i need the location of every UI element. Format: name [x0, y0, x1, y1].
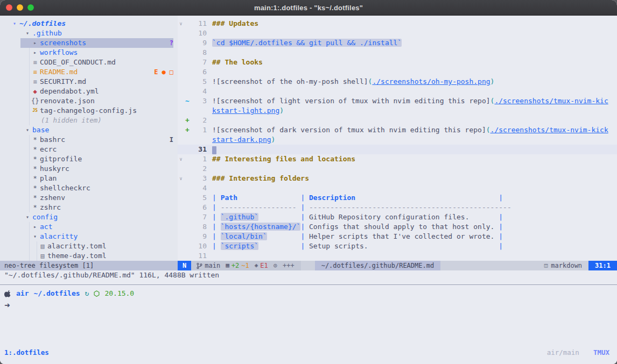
- tree-item[interactable]: (1 hidden item): [0, 116, 178, 125]
- markdown-link[interactable]: ./screenshots/oh-my-posh.png: [372, 77, 490, 85]
- editor-line[interactable]: 2: [178, 164, 617, 174]
- expander-icon[interactable]: ▾: [24, 212, 31, 222]
- zoom-button[interactable]: [27, 4, 34, 11]
- editor-line[interactable]: 4: [178, 87, 617, 96]
- fold-icon[interactable]: [178, 203, 184, 212]
- tree-item[interactable]: ▾ alacritty: [0, 232, 178, 241]
- editor-line[interactable]: 7 | `.github` | GitHub Repository config…: [178, 212, 617, 222]
- tree-item[interactable]: ▾ base: [0, 125, 178, 135]
- tree-item[interactable]: ≡ SECURITY.md: [0, 77, 178, 87]
- editor-line[interactable]: 10 | `scripts` | Setup scripts. |: [178, 241, 617, 251]
- text-segment: |: [212, 213, 216, 221]
- editor-line[interactable]: 6: [178, 67, 617, 77]
- expander-icon[interactable]: ▾: [31, 232, 39, 241]
- expander-icon[interactable]: ▾: [24, 28, 31, 38]
- fold-icon[interactable]: [178, 145, 184, 154]
- expander-icon[interactable]: ▾: [11, 19, 18, 28]
- fold-icon[interactable]: [178, 106, 184, 116]
- editor-line[interactable]: ~ 3 ![screenshot of light version of tmu…: [178, 96, 617, 106]
- fold-icon[interactable]: ∨: [178, 154, 184, 164]
- tree-item[interactable]: ◆ dependabot.yml: [0, 87, 178, 96]
- editor-line[interactable]: ∨ 11 ### Updates: [178, 19, 617, 28]
- fold-icon[interactable]: [178, 38, 184, 48]
- tree-item[interactable]: * ecrc: [0, 145, 178, 154]
- tree-item[interactable]: JS tag-changelog-config.js: [0, 106, 178, 116]
- markdown-link[interactable]: ./screenshots/tmux-nvim-kick: [490, 126, 608, 134]
- tree-item[interactable]: ▸ act: [0, 222, 178, 232]
- tree-item[interactable]: ▤ alacritty.toml: [0, 241, 178, 251]
- fold-icon[interactable]: [178, 222, 184, 232]
- tree-item[interactable]: ▸ workflows: [0, 48, 178, 58]
- markdown-link[interactable]: kstart-light.png: [212, 106, 279, 115]
- tree-item[interactable]: ▤ theme-day.toml: [0, 251, 178, 261]
- fold-icon[interactable]: [178, 241, 184, 251]
- editor-line[interactable]: 5 ![screenshot of the oh-my-posh shell](…: [178, 77, 617, 87]
- close-button[interactable]: [6, 4, 12, 11]
- fold-icon[interactable]: [178, 116, 184, 125]
- tree-item[interactable]: ▾ .github: [0, 28, 178, 38]
- fold-icon[interactable]: [178, 58, 184, 67]
- shell-input-line[interactable]: ➜: [4, 301, 10, 310]
- editor-line[interactable]: 4: [178, 183, 617, 193]
- fold-icon[interactable]: [178, 96, 184, 106]
- fold-icon[interactable]: [178, 67, 184, 77]
- tree-item[interactable]: * shellcheckrc: [0, 183, 178, 193]
- status-badge: I: [170, 135, 173, 145]
- fold-icon[interactable]: [178, 212, 184, 222]
- tree-item[interactable]: ▾ config: [0, 212, 178, 222]
- editor-line[interactable]: 8 | `hosts/{hostname}/`| Configs that sh…: [178, 222, 617, 232]
- tree-item[interactable]: ▸ screenshots ?: [0, 38, 178, 48]
- tree-item[interactable]: ▾ ~/.dotfiles: [0, 19, 178, 28]
- expander-icon[interactable]: ▾: [24, 125, 31, 135]
- markdown-link[interactable]: start-dark.png: [212, 135, 271, 144]
- editor-line[interactable]: + 2: [178, 116, 617, 125]
- editor-line[interactable]: 6 | ------------------ | ---------------…: [178, 203, 617, 212]
- editor-line[interactable]: start-dark.png): [178, 135, 617, 145]
- tmux-pane-border[interactable]: [0, 284, 617, 285]
- minimize-button[interactable]: [17, 4, 23, 11]
- editor-line[interactable]: + 1 ![screenshot of dark version of tmux…: [178, 125, 617, 135]
- tmux-window-label[interactable]: 1:.dotfiles: [4, 348, 49, 358]
- editor-line[interactable]: 31: [178, 145, 617, 154]
- editor-line[interactable]: 5 | Path | Description |: [178, 193, 617, 203]
- editor-line[interactable]: 9 `cd $HOME/.dotfiles && git pull && ./i…: [178, 38, 617, 48]
- tree-item[interactable]: * bashrc I: [0, 135, 178, 145]
- tree-item[interactable]: {} renovate.json: [0, 96, 178, 106]
- fold-icon[interactable]: [178, 125, 184, 135]
- editor-line[interactable]: ∨ 1 ## Interesting files and locations: [178, 154, 617, 164]
- tree-item[interactable]: * huskyrc: [0, 164, 178, 174]
- tree-item[interactable]: ≡ README.md E●□: [0, 67, 178, 77]
- fold-icon[interactable]: [178, 135, 184, 145]
- fold-icon[interactable]: [178, 232, 184, 241]
- tree-item[interactable]: * plan: [0, 174, 178, 183]
- fold-icon[interactable]: [178, 183, 184, 193]
- fold-icon[interactable]: [178, 87, 184, 96]
- editor-line[interactable]: 8: [178, 48, 617, 58]
- tree-item[interactable]: * gitprofile: [0, 154, 178, 164]
- editor-line[interactable]: 9 | `local/bin` | Helper scripts that I'…: [178, 232, 617, 241]
- fold-icon[interactable]: ∨: [178, 174, 184, 183]
- expander-icon[interactable]: ▸: [31, 48, 39, 58]
- editor-buffer: ∨ 11 ### Updates 10 9 `cd $HOME/.dotfile…: [178, 19, 617, 261]
- fold-icon[interactable]: [178, 48, 184, 58]
- expander-icon[interactable]: ▸: [31, 222, 39, 232]
- fold-icon[interactable]: [178, 164, 184, 174]
- editor-line[interactable]: 7 ## The looks: [178, 58, 617, 67]
- editor-line[interactable]: 11: [178, 251, 617, 261]
- expander-icon[interactable]: ▸: [31, 38, 39, 48]
- tree-item[interactable]: * zshenv: [0, 193, 178, 203]
- fold-icon[interactable]: [178, 77, 184, 87]
- fold-icon[interactable]: [178, 251, 184, 261]
- editor-line[interactable]: 10: [178, 28, 617, 38]
- fold-icon[interactable]: ∨: [178, 19, 184, 28]
- fold-icon[interactable]: [178, 193, 184, 203]
- title-bar[interactable]: main:1:.dotfiles - "ks~/.dotfiles": [0, 0, 617, 16]
- editor-line[interactable]: ∨ 3 ### Interesting folders: [178, 174, 617, 183]
- text-segment: |: [212, 194, 216, 202]
- tree-item[interactable]: * zshrc: [0, 203, 178, 212]
- editor-line[interactable]: kstart-light.png): [178, 106, 617, 116]
- editor-pane[interactable]: ∨ 11 ### Updates 10 9 `cd $HOME/.dotfile…: [178, 16, 617, 261]
- fold-icon[interactable]: [178, 28, 184, 38]
- tree-item[interactable]: ≡ CODE_OF_CONDUCT.md: [0, 58, 178, 67]
- markdown-link[interactable]: ./screenshots/tmux-nvim-kic: [494, 97, 608, 105]
